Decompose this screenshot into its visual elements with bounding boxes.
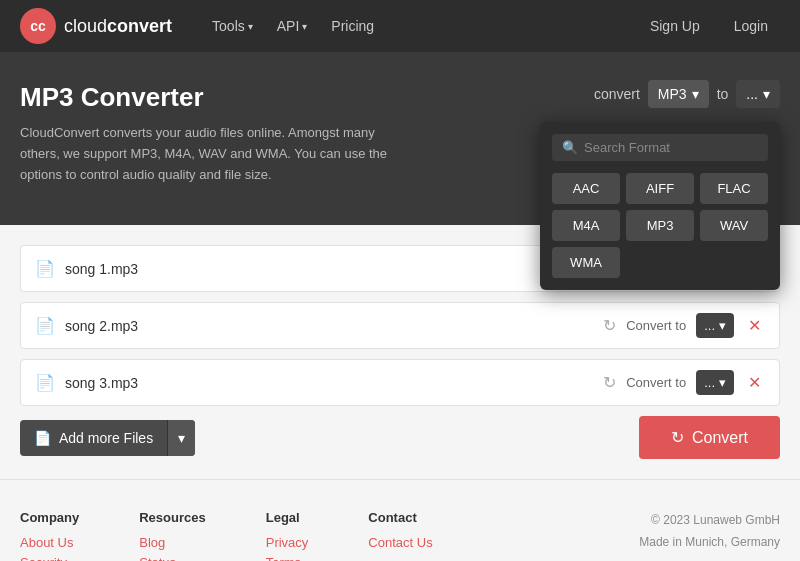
footer-link-contact[interactable]: Contact Us	[368, 535, 432, 550]
add-files-button[interactable]: 📄 Add more Files	[20, 420, 167, 456]
refresh-icon: ↻	[603, 373, 616, 392]
file-name: song 2.mp3	[65, 318, 593, 334]
made-in-text: Made in Munich, Germany	[639, 532, 780, 554]
refresh-icon: ↻	[671, 428, 684, 447]
copyright-text: © 2023 Lunaweb GmbH	[639, 510, 780, 532]
chevron-down-icon: ▾	[719, 375, 726, 390]
convert-label: convert	[594, 86, 640, 102]
logo[interactable]: cc cloudconvert	[20, 8, 172, 44]
svg-text:cc: cc	[30, 18, 46, 34]
to-label: to	[717, 86, 729, 102]
logo-text: cloudconvert	[64, 16, 172, 37]
convert-bar: convert MP3 ▾ to ... ▾	[594, 80, 780, 108]
footer-link-blog[interactable]: Blog	[139, 535, 205, 550]
delete-file-1[interactable]: ✕	[744, 316, 765, 335]
file-add-icon: 📄	[34, 430, 51, 446]
convert-to-label: Convert to	[626, 318, 686, 333]
login-button[interactable]: Login	[722, 12, 780, 40]
chevron-down-icon: ▾	[178, 430, 185, 446]
footer-legal: Legal Privacy Terms Imprint	[266, 510, 309, 561]
footer-link-status[interactable]: Status	[139, 555, 205, 561]
chevron-down-icon: ▾	[719, 318, 726, 333]
format-search-row: 🔍	[552, 134, 768, 161]
footer-link-terms[interactable]: Terms	[266, 555, 309, 561]
format-mp3[interactable]: MP3	[626, 210, 694, 241]
file-name: song 3.mp3	[65, 375, 593, 391]
actions-row: 📄 Add more Files ▾ ↻ Convert	[20, 416, 780, 459]
footer-columns: Company About Us Security Resources Blog…	[20, 510, 433, 561]
chevron-down-icon: ▾	[302, 21, 307, 32]
table-row: 📄 song 3.mp3 ↻ Convert to ... ▾ ✕	[20, 359, 780, 406]
file-format-select-1[interactable]: ... ▾	[696, 313, 734, 338]
to-format-select[interactable]: ... ▾	[736, 80, 780, 108]
format-aac[interactable]: AAC	[552, 173, 620, 204]
format-grid: AAC AIFF FLAC M4A MP3 WAV WMA	[552, 173, 768, 278]
convert-button[interactable]: ↻ Convert	[639, 416, 780, 459]
footer-company-heading: Company	[20, 510, 79, 525]
footer-contact: Contact Contact Us	[368, 510, 432, 561]
nav-tools[interactable]: Tools ▾	[202, 12, 263, 40]
sign-up-button[interactable]: Sign Up	[638, 12, 712, 40]
footer-contact-heading: Contact	[368, 510, 432, 525]
file-icon: 📄	[35, 259, 55, 278]
file-format-select-2[interactable]: ... ▾	[696, 370, 734, 395]
add-files-container: 📄 Add more Files ▾	[20, 420, 195, 456]
chevron-down-icon: ▾	[248, 21, 253, 32]
footer-resources-heading: Resources	[139, 510, 205, 525]
from-format-select[interactable]: MP3 ▾	[648, 80, 709, 108]
footer: Company About Us Security Resources Blog…	[0, 479, 800, 561]
convert-to-label: Convert to	[626, 375, 686, 390]
format-wav[interactable]: WAV	[700, 210, 768, 241]
table-row: 📄 song 2.mp3 ↻ Convert to ... ▾ ✕	[20, 302, 780, 349]
chevron-down-icon: ▾	[692, 86, 699, 102]
add-files-dropdown[interactable]: ▾	[167, 420, 195, 456]
delete-file-2[interactable]: ✕	[744, 373, 765, 392]
format-wma[interactable]: WMA	[552, 247, 620, 278]
file-name: song 1.mp3	[65, 261, 593, 277]
format-dropdown: 🔍 AAC AIFF FLAC M4A MP3 WAV WMA	[540, 122, 780, 290]
footer-link-security[interactable]: Security	[20, 555, 79, 561]
file-icon: 📄	[35, 316, 55, 335]
footer-copyright: © 2023 Lunaweb GmbH Made in Munich, Germ…	[639, 510, 780, 561]
converter-description: CloudConvert converts your audio files o…	[20, 123, 400, 185]
nav-pricing[interactable]: Pricing	[321, 12, 384, 40]
chevron-down-icon: ▾	[763, 86, 770, 102]
footer-link-about[interactable]: About Us	[20, 535, 79, 550]
format-m4a[interactable]: M4A	[552, 210, 620, 241]
format-flac[interactable]: FLAC	[700, 173, 768, 204]
footer-resources: Resources Blog Status	[139, 510, 205, 561]
footer-legal-heading: Legal	[266, 510, 309, 525]
search-icon: 🔍	[562, 140, 578, 155]
footer-company: Company About Us Security	[20, 510, 79, 561]
footer-link-privacy[interactable]: Privacy	[266, 535, 309, 550]
nav-api[interactable]: API ▾	[267, 12, 318, 40]
main-nav: Tools ▾ API ▾ Pricing	[202, 12, 638, 40]
format-aiff[interactable]: AIFF	[626, 173, 694, 204]
file-icon: 📄	[35, 373, 55, 392]
format-search-input[interactable]	[584, 140, 758, 155]
refresh-icon: ↻	[603, 316, 616, 335]
logo-icon: cc	[20, 8, 56, 44]
header-actions: Sign Up Login	[638, 12, 780, 40]
